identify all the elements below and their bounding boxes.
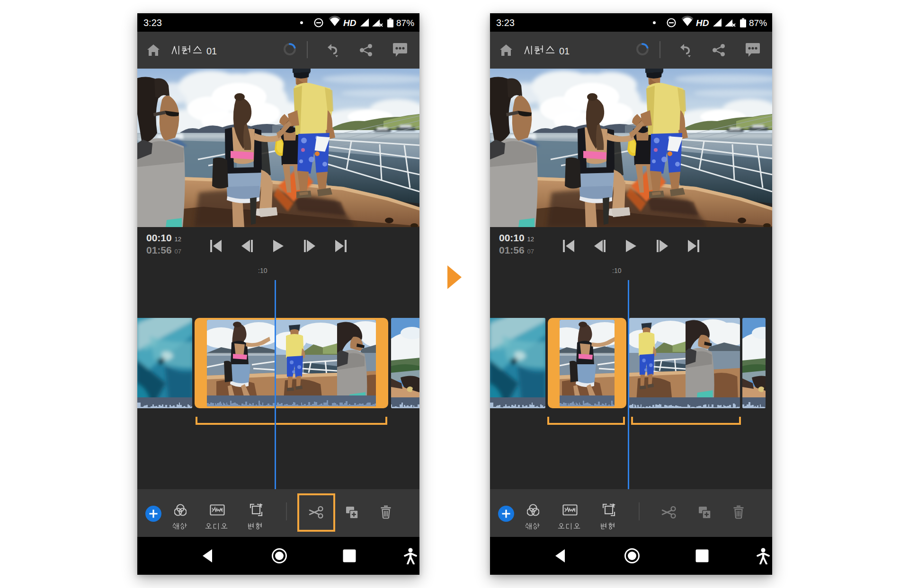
svg-text:87%: 87%	[749, 18, 767, 28]
svg-text:HD: HD	[696, 18, 709, 28]
svg-text:87%: 87%	[396, 18, 414, 28]
svg-text:HD: HD	[343, 18, 356, 28]
